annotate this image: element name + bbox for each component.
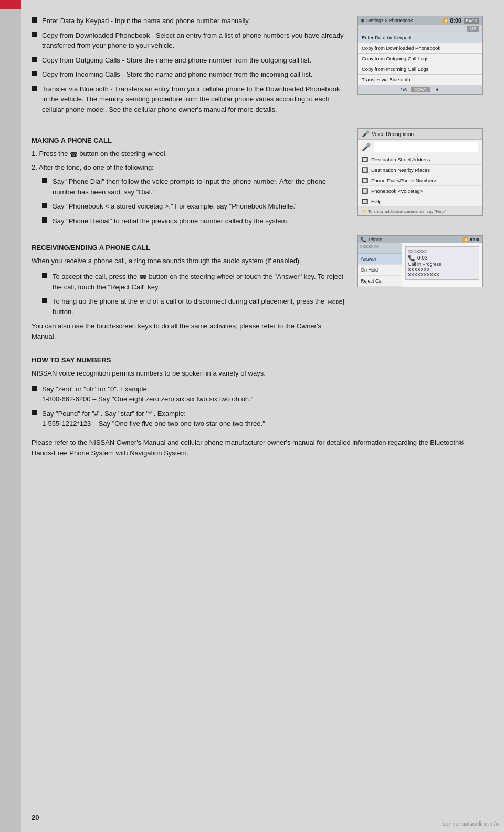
list-item: Say "Pound" for "#". Say "star" for "*".… [32, 409, 483, 429]
bullet-text: Enter Data by Keypad - Input the name an… [42, 16, 250, 26]
bullet-text: To hang up the phone at the end of a cal… [52, 296, 346, 317]
how-to-say-intro: NISSAN voice recognition permits numbers… [32, 368, 483, 379]
list-item: To hang up the phone at the end of a cal… [42, 296, 346, 317]
bullet-icon [32, 71, 37, 76]
bullet-icon [42, 273, 47, 278]
page-indicator: 1/6 [401, 87, 407, 92]
phonebook-menu-item-3[interactable]: Copy from Outgoing Call Logs [358, 54, 482, 64]
receiving-call-text: RECEIVING/ENDING A PHONE CALL When you r… [32, 235, 346, 347]
voice-menu-item-3[interactable]: 🔲 Phone Dial <Phone Number> [358, 175, 482, 186]
call-info-box: XXXXXXX 📞 0:03 Call in Progress XXXXXXX … [405, 246, 479, 280]
signal-icon: 📶 [463, 237, 468, 242]
closing-paragraph: Please refer to the NISSAN Owner's Manua… [32, 438, 483, 459]
phonebook-menu-item-5[interactable]: Transfer via Bluetooth [358, 75, 482, 85]
receiving-call-heading: RECEIVING/ENDING A PHONE CALL [32, 244, 346, 252]
how-to-say-heading: HOW TO SAY NUMBERS [32, 356, 483, 364]
step2: 2. After the tone, do one of the followi… [32, 162, 346, 173]
call-active-icon: 📞 [408, 255, 415, 262]
bullet-icon [32, 386, 37, 391]
receiving-call-sub-list: To accept the call, press the ☎ button o… [42, 272, 346, 317]
list-item: Say "Phonebook < a stored voicetag >." F… [42, 201, 346, 212]
phonebook-screen: ⊞ Settings > Phonebook 📶 8:00 BACK UP En… [357, 16, 483, 95]
bullet-text: Say "zero" or "oh" for "0". Example: 1-8… [42, 384, 253, 404]
bullet-text: Say "Pound" for "#". Say "star" for "*".… [42, 409, 265, 429]
arrow-icon: ▼ [435, 87, 439, 92]
left-bar [0, 0, 21, 832]
phone-left-panel: XXXXXXX Answer On Hold Reject Call [358, 243, 402, 287]
content-area: Enter Data by Keypad - Input the name an… [21, 0, 504, 832]
voice-menu-item-5[interactable]: 🔲 Help [358, 196, 482, 207]
incoming-number-display: XXXXXXX [408, 249, 477, 254]
phonebook-screen-title: Settings > Phonebook [366, 18, 413, 23]
phone-header-icon: 📞 [361, 237, 366, 242]
list-item: Transfer via Bluetooth - Transfers an en… [32, 84, 346, 115]
phone-right-panel: XXXXXXX 📞 0:03 Call in Progress XXXXXXX … [402, 243, 482, 287]
bullet-icon [42, 178, 47, 183]
voice-menu-text: Destination Nearby Places [371, 167, 430, 173]
settings-icon: ⊞ [361, 18, 364, 23]
back-button[interactable]: BACK [464, 18, 479, 24]
list-item: Copy from Incoming Calls - Store the nam… [32, 69, 346, 80]
list-item: Say "Phone Dial" then follow the voice p… [42, 176, 346, 197]
bullet-text: Say "Phonebook < a stored voicetag >." F… [52, 201, 298, 212]
phone-button-icon: ☎ [70, 151, 79, 158]
phone-header: 📞 Phone 📶 8:00 [358, 236, 482, 243]
signal-icon: 📶 [443, 18, 448, 23]
down-button[interactable]: DOWN [411, 87, 430, 92]
voice-recognition-icon: 🎤 [362, 130, 370, 138]
phone-title: Phone [369, 237, 382, 242]
receiving-call-para2: You can also use the touch-screen keys t… [32, 321, 346, 342]
intro-section: Enter Data by Keypad - Input the name an… [32, 16, 483, 123]
screen-time: 8:00 [450, 17, 461, 24]
phone-left-top: XXXXXXX [358, 243, 402, 254]
phone-answer-button[interactable]: Answer [358, 254, 402, 265]
phonebook-menu-item-4[interactable]: Copy from Incoming Call Logs [358, 64, 482, 75]
step1: 1. Press the ☎ button on the steering wh… [32, 149, 346, 159]
voice-menu-item-1[interactable]: 🔲 Destination Street Address [358, 154, 482, 165]
voice-screen-container: 🎤 Voice Recognition 🎤 🔲 Destination Stre… [357, 128, 483, 230]
phone-icon: 🔲 [362, 178, 368, 183]
up-button[interactable]: UP [467, 26, 479, 32]
list-item: Copy from Downloaded Phonebook - Select … [32, 30, 346, 51]
voice-footer-icon: ⚡ [362, 209, 367, 214]
bullet-text: Say "Phone Dial" then follow the voice p… [52, 176, 346, 197]
screen-up-row: UP [358, 25, 482, 33]
bullet-text: Say "Phone Redial" to redial the previou… [52, 216, 289, 226]
phone-header-right: 📶 8:00 [463, 237, 479, 242]
phone-reject-call-button[interactable]: Reject Call [358, 276, 402, 287]
bullet-text: Transfer via Bluetooth - Transfers an en… [42, 84, 346, 115]
voice-menu-text: Help [371, 199, 382, 204]
phone-header-left: 📞 Phone [361, 237, 382, 242]
bullet-icon [32, 32, 37, 37]
phonebook-screen-container: ⊞ Settings > Phonebook 📶 8:00 BACK UP En… [357, 16, 483, 123]
page-container: Enter Data by Keypad - Input the name an… [0, 0, 504, 832]
intro-text-col: Enter Data by Keypad - Input the name an… [32, 16, 346, 123]
call-number-2: XXXXXXXXXX [408, 272, 477, 277]
list-item: Copy from Outgoing Calls - Store the nam… [32, 55, 346, 66]
bullet-text: To accept the call, press the ☎ button o… [52, 272, 346, 292]
phonebook-menu-item-2[interactable]: Copy from Downloaded Phonebook [358, 43, 482, 54]
incoming-number: XXXXXXX [360, 244, 379, 249]
phone-on-hold-button[interactable]: On Hold [358, 265, 402, 276]
bullet-icon [32, 410, 37, 415]
voice-search-box[interactable] [374, 142, 478, 152]
phone-time: 8:00 [470, 237, 479, 242]
phonebook-menu-item-1[interactable]: Enter Data by Keypad [358, 33, 482, 43]
screen-header: ⊞ Settings > Phonebook 📶 8:00 BACK [358, 16, 482, 25]
phone-screen: 📞 Phone 📶 8:00 XXXXXXX [357, 235, 483, 287]
voice-footer: ⚡ To show additional commands, say "Help… [358, 207, 482, 215]
voice-footer-text: To show additional commands, say "Help" [368, 209, 446, 214]
voice-menu-item-4[interactable]: 🔲 Phonebook <Voicetag> [358, 186, 482, 196]
voice-screen: 🎤 Voice Recognition 🎤 🔲 Destination Stre… [357, 128, 483, 216]
receiving-call-section: RECEIVING/ENDING A PHONE CALL When you r… [32, 235, 483, 347]
voice-menu-item-2[interactable]: 🔲 Destination Nearby Places [358, 165, 482, 175]
making-call-section: MAKING A PHONE CALL 1. Press the ☎ butto… [32, 128, 483, 230]
voice-search-row: 🎤 [358, 140, 482, 154]
screen-footer: 1/6 DOWN ▼ [358, 85, 482, 94]
call-icon-row: 📞 0:03 [408, 255, 477, 262]
phone-screen-container: 📞 Phone 📶 8:00 XXXXXXX [357, 235, 483, 347]
how-to-say-list: Say "zero" or "oh" for "0". Example: 1-8… [32, 384, 483, 429]
list-item: To accept the call, press the ☎ button o… [42, 272, 346, 292]
making-call-heading: MAKING A PHONE CALL [32, 137, 346, 144]
bullet-icon [42, 298, 47, 303]
